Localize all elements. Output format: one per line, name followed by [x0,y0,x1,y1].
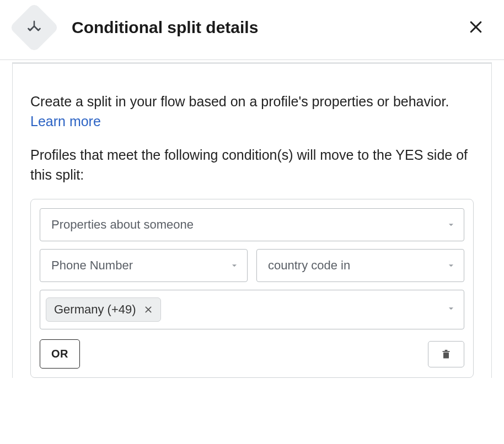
intro-text-content: Create a split in your flow based on a p… [30,94,449,109]
property-select[interactable]: Phone Number [40,249,248,282]
panel-header: Conditional split details [0,0,504,60]
selected-value-chip: Germany (+49) [46,297,161,322]
value-multiselect[interactable]: Germany (+49) [40,290,464,329]
delete-condition-button[interactable] [428,341,464,367]
chevron-down-icon [447,305,455,315]
condition-heading: Profiles that meet the following conditi… [30,145,474,185]
panel-title: Conditional split details [72,18,464,37]
close-icon [468,19,484,35]
chevron-down-icon [230,258,238,273]
condition-footer: OR [40,339,464,369]
svg-rect-4 [443,352,449,358]
trash-icon [441,348,452,360]
chevron-down-icon [447,218,455,232]
intro-text: Create a split in your flow based on a p… [30,91,474,132]
learn-more-link[interactable]: Learn more [30,113,101,129]
close-button[interactable] [464,15,487,40]
panel-body: Create a split in your flow based on a p… [0,60,504,378]
chip-remove-button[interactable] [143,304,154,315]
operator-select-value: country code in [268,258,350,273]
split-icon [9,3,60,53]
property-select-value: Phone Number [51,258,133,273]
condition-panel: Create a split in your flow based on a p… [12,62,492,378]
svg-rect-5 [442,351,449,352]
chevron-down-icon [447,258,455,273]
or-button[interactable]: OR [40,339,80,369]
condition-group: Properties about someone Phone Number co… [30,199,474,378]
svg-rect-6 [445,350,448,351]
chip-label: Germany (+49) [54,302,136,317]
condition-type-select[interactable]: Properties about someone [40,208,464,241]
close-icon [144,305,153,314]
operator-select[interactable]: country code in [256,249,464,282]
condition-type-value: Properties about someone [51,218,194,232]
